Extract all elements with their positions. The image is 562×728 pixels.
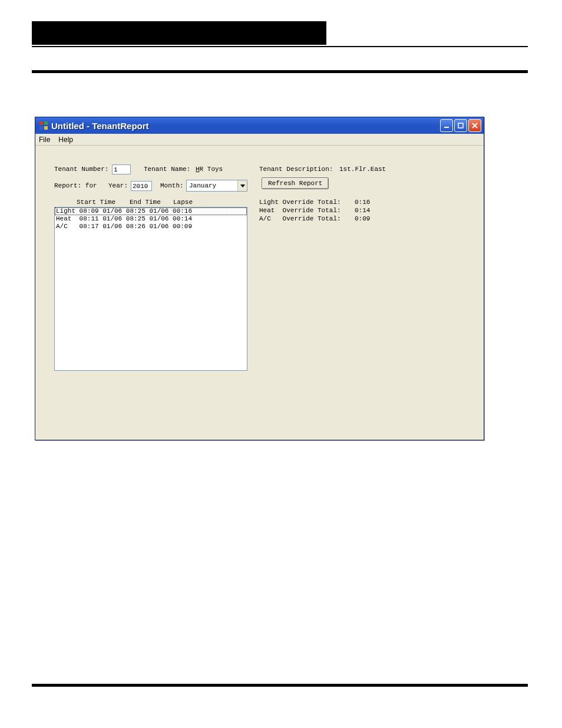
ac-total-label: A/C Override Total: — [259, 215, 341, 222]
month-combo-text: January — [187, 182, 237, 189]
list-item[interactable]: Heat 08:11 01/06 08:25 01/06 00:14 — [55, 215, 247, 223]
report-listbox[interactable]: Light 08:09 01/06 08:25 01/06 00:16 Heat… — [54, 207, 247, 371]
menu-file[interactable]: File — [39, 136, 50, 144]
menu-help[interactable]: Help — [58, 136, 73, 144]
svg-rect-4 — [444, 127, 449, 128]
tenant-name-value: HR Toys — [196, 166, 223, 173]
window-title: Untitled - TenantReport — [51, 121, 440, 131]
year-input[interactable] — [131, 181, 152, 191]
ac-total-value: 0:09 — [355, 215, 370, 222]
column-end-time: End Time — [130, 199, 161, 206]
client-area: Tenant Number: Tenant Name: HR Toys Tena… — [35, 146, 484, 440]
column-lapse: Lapse — [173, 199, 193, 206]
svg-rect-2 — [39, 126, 43, 130]
app-icon — [39, 121, 48, 130]
refresh-report-button[interactable]: Refresh Report — [262, 177, 329, 189]
month-combo[interactable]: January — [186, 180, 247, 192]
menu-bar: File Help — [35, 134, 484, 146]
tenant-number-label: Tenant Number: — [54, 166, 108, 173]
chevron-down-icon — [237, 180, 247, 191]
svg-marker-8 — [240, 185, 245, 187]
maximize-button[interactable] — [454, 119, 467, 132]
header-black-block — [32, 21, 326, 45]
header-divider-thin — [32, 46, 528, 47]
column-start-time: Start Time — [77, 199, 115, 206]
app-window: Untitled - TenantReport File Help Tenant… — [35, 117, 484, 440]
tenant-desc-label: Tenant Description: — [259, 166, 333, 173]
svg-rect-0 — [39, 121, 43, 125]
svg-rect-5 — [458, 123, 463, 128]
svg-rect-3 — [44, 126, 48, 130]
window-controls — [440, 119, 481, 132]
title-bar[interactable]: Untitled - TenantReport — [35, 117, 484, 134]
minimize-button[interactable] — [440, 119, 453, 132]
tenant-number-input[interactable] — [112, 164, 131, 174]
svg-rect-1 — [44, 121, 48, 125]
footer-divider-thick — [32, 684, 528, 687]
report-for-label: Report: for — [54, 182, 97, 189]
year-label: Year: — [108, 182, 128, 189]
light-total-label: Light Override Total: — [259, 199, 341, 206]
tenant-desc-value: 1st.Flr.East — [339, 166, 386, 173]
month-label: Month: — [160, 182, 184, 189]
tenant-name-label: Tenant Name: — [144, 166, 190, 173]
heat-total-value: 0:14 — [355, 207, 370, 214]
close-button[interactable] — [468, 119, 481, 132]
list-item[interactable]: Light 08:09 01/06 08:25 01/06 00:16 — [55, 207, 247, 215]
light-total-value: 0:16 — [355, 199, 370, 206]
header-divider-thick — [32, 70, 528, 73]
heat-total-label: Heat Override Total: — [259, 207, 341, 214]
list-item[interactable]: A/C 08:17 01/06 08:26 01/06 00:09 — [55, 223, 247, 230]
